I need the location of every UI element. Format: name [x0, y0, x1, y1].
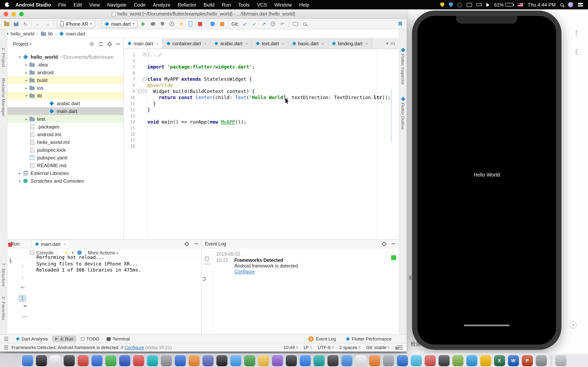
dock-app-icon[interactable]: [341, 355, 352, 366]
bookmark-icon[interactable]: [397, 21, 403, 27]
tree-item-lib[interactable]: ▾lib: [7, 92, 123, 100]
fold-icon[interactable]: −: [143, 77, 147, 81]
dock-app-icon[interactable]: [258, 355, 269, 366]
dock-app-icon[interactable]: [63, 355, 75, 366]
dock-word-icon[interactable]: W: [508, 355, 519, 366]
input-source-flag-icon[interactable]: [518, 3, 523, 7]
menu-item-refactor[interactable]: Refactor: [174, 2, 200, 8]
status-item-utf-8[interactable]: UTF-8⇅: [318, 345, 334, 350]
close-tab-icon[interactable]: ×: [204, 41, 207, 46]
tree-item-build[interactable]: ▸build: [7, 76, 123, 84]
history-icon[interactable]: [270, 21, 277, 27]
dock-app-icon[interactable]: [300, 355, 311, 366]
dock-app-icon[interactable]: [272, 355, 283, 366]
menu-app-name[interactable]: Android Studio: [12, 2, 54, 8]
memory-icon[interactable]: [219, 21, 225, 27]
filter-events-icon[interactable]: ✓: [205, 254, 208, 261]
dock-app-icon[interactable]: [77, 355, 88, 366]
editor-tab-main-dart[interactable]: main.dart×: [124, 38, 163, 49]
dock-app-icon[interactable]: [480, 355, 491, 366]
dock-app-icon[interactable]: [411, 355, 422, 366]
volume-icon[interactable]: [486, 3, 490, 7]
tree-item-packages[interactable]: .packages: [7, 123, 123, 131]
shelf-icon[interactable]: [292, 21, 298, 27]
console-output[interactable]: Performing hot reload...Syncing files to…: [29, 249, 201, 334]
project-settings-gear-icon[interactable]: [108, 42, 112, 46]
shield-blue-icon[interactable]: [449, 2, 453, 7]
dock-app-icon[interactable]: [133, 355, 144, 366]
tool-window-tab-event-log[interactable]: 1Event Log: [306, 335, 339, 342]
close-icon[interactable]: ×: [63, 242, 66, 247]
run-settings-gear-icon[interactable]: [185, 242, 189, 246]
fold-icon[interactable]: +: [143, 53, 147, 56]
battery-indicator[interactable]: 61%: [494, 2, 513, 7]
dock-app-icon[interactable]: [536, 355, 546, 366]
dock-finder-icon[interactable]: [22, 355, 33, 366]
tab-overflow-controls[interactable]: ▾≡1: [386, 38, 398, 49]
tool-window-button-flutter-inspector[interactable]: Flutter Inspector: [399, 48, 407, 85]
stop-icon[interactable]: [7, 242, 14, 248]
dock-app-icon[interactable]: [369, 355, 380, 366]
up-stack-icon[interactable]: ↑: [19, 263, 26, 269]
project-panel-header[interactable]: Project ▾: [7, 38, 123, 50]
stop-button[interactable]: [197, 21, 203, 27]
tree-item-arabic-dart[interactable]: arabic.dart: [7, 100, 123, 107]
close-tab-icon[interactable]: ×: [245, 41, 248, 46]
back-icon[interactable]: ←: [35, 21, 41, 27]
keyboard-icon[interactable]: [477, 3, 482, 6]
indicator-grid-icon[interactable]: [398, 345, 403, 350]
tool-window-button-flutter-outline[interactable]: Flutter Outline: [399, 97, 407, 130]
run-config-selector[interactable]: main.dart▾: [101, 20, 138, 28]
editor-tab-binding-dart[interactable]: binding.dart×: [328, 38, 372, 49]
breadcrumb-item-lib[interactable]: lib: [41, 31, 53, 36]
tool-window-tab-dart-analysis[interactable]: Dart Analysis: [13, 336, 51, 342]
tool-window-tab-todo[interactable]: TODO: [78, 336, 102, 342]
sync-icon[interactable]: ↻: [22, 21, 29, 27]
status-item-10-49[interactable]: 10:49⇅: [284, 345, 298, 350]
spotlight-icon[interactable]: [560, 3, 563, 6]
run-tab[interactable]: main.dart ×: [31, 240, 70, 248]
tree-item-hello-world-iml[interactable]: hello_world.iml: [7, 138, 123, 146]
shield-yellow-icon[interactable]: [440, 2, 444, 7]
tool-window-button-2-favorites[interactable]: 2: Favorites: [1, 296, 6, 320]
dock-app-icon[interactable]: [383, 355, 394, 366]
dock-app-icon[interactable]: [244, 355, 255, 366]
dock-app-icon[interactable]: [452, 355, 463, 366]
tree-item-hello-world[interactable]: ▾hello_world~/Documents/flutter/exam: [7, 53, 123, 61]
dock-app-icon[interactable]: [50, 355, 61, 366]
dock-app-icon[interactable]: [189, 355, 199, 366]
tool-window-button-7-structure[interactable]: 7: Structure: [1, 263, 6, 287]
editor-tab-container-dart[interactable]: container.dart×: [163, 38, 210, 49]
tree-item-main-dart[interactable]: main.dart: [7, 107, 123, 115]
tree-item-android-iml[interactable]: android.iml: [7, 131, 123, 138]
menu-item-window[interactable]: Window: [271, 2, 295, 8]
devtools-icon[interactable]: [209, 21, 216, 27]
breadcrumb-item-main-dart[interactable]: main.dart: [59, 31, 85, 36]
dock-app-icon[interactable]: [397, 355, 408, 366]
close-tab-icon[interactable]: ×: [365, 41, 368, 46]
tree-item-test[interactable]: ▸test: [7, 115, 123, 123]
tree-item-pubspec-yaml[interactable]: pubspec.yaml: [7, 154, 123, 161]
device-selector[interactable]: iPhone XR▾: [57, 20, 95, 28]
photos-icon[interactable]: [467, 3, 472, 7]
profile-button[interactable]: [169, 21, 175, 27]
coverage-button[interactable]: [159, 21, 166, 27]
fold-icon[interactable]: −: [143, 89, 147, 93]
scroll-to-end-icon[interactable]: ↧: [19, 295, 26, 302]
forward-icon[interactable]: →: [44, 21, 51, 27]
pin-icon[interactable]: [7, 258, 14, 263]
minimize-window-button[interactable]: [11, 12, 16, 16]
dock-app-icon[interactable]: [466, 355, 477, 366]
dock-app-icon[interactable]: [327, 355, 338, 366]
hide-panel-icon[interactable]: [116, 44, 120, 44]
notification-center-icon[interactable]: [578, 3, 583, 7]
menu-item-help[interactable]: Help: [295, 2, 313, 8]
dock-powerpoint-icon[interactable]: P: [522, 355, 533, 366]
help-button[interactable]: ?: [570, 322, 577, 329]
dock-app-icon[interactable]: [174, 355, 186, 366]
dock-app-icon[interactable]: [91, 355, 102, 366]
lock-icon[interactable]: [395, 347, 398, 350]
debug-button[interactable]: [150, 21, 156, 27]
dock-app-icon[interactable]: [438, 355, 449, 366]
hide-event-log-icon[interactable]: [392, 243, 395, 244]
